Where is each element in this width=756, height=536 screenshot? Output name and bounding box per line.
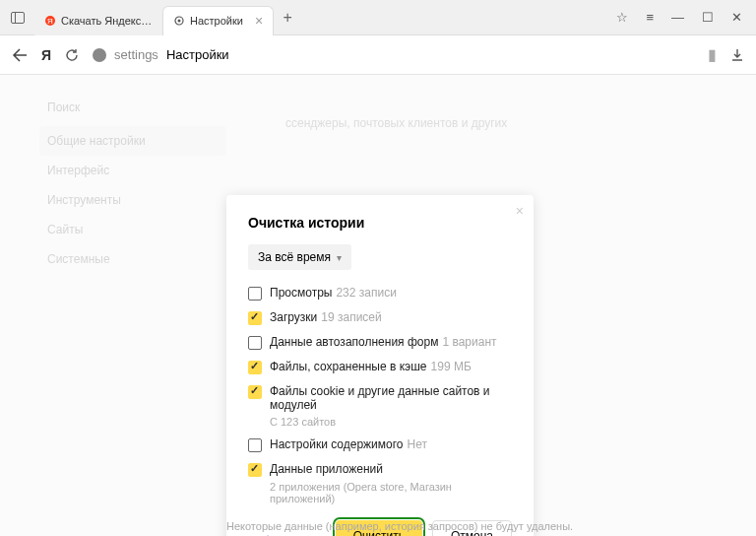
bookmark-icon[interactable]: ☆ <box>616 10 628 25</box>
check-label: Просмотры <box>270 286 332 300</box>
svg-point-3 <box>178 20 181 23</box>
navbar: Я settings Настройки ▮ <box>0 35 756 75</box>
check-sub: 199 МБ <box>431 360 472 373</box>
page: Поиск Общие настройки Интерфейс Инструме… <box>0 75 756 536</box>
check-row: Просмотры232 записи <box>248 286 512 301</box>
yandex-icon: Я <box>44 15 56 27</box>
reload-button[interactable] <box>65 48 79 62</box>
check-sub: 232 записи <box>336 286 396 300</box>
check-label: Файлы cookie и другие данные сайтов и мо… <box>270 384 490 412</box>
checkbox[interactable] <box>248 438 262 452</box>
check-row: Загрузки19 записей <box>248 310 512 325</box>
bookmark-page-icon[interactable]: ▮ <box>708 45 717 64</box>
back-button[interactable] <box>12 48 28 62</box>
titlebar: Я Скачать Яндекс.Браузер д Настройки × +… <box>0 0 756 35</box>
check-subline: 2 приложения (Opera store, Магазин прило… <box>270 481 512 504</box>
tab-label: Скачать Яндекс.Браузер д <box>61 15 153 27</box>
checkbox[interactable] <box>248 311 262 325</box>
close-icon[interactable]: × <box>255 13 263 29</box>
check-row: Данные приложений <box>248 462 512 477</box>
gear-icon <box>173 15 185 27</box>
yandex-home[interactable]: Я <box>41 47 51 63</box>
address-bar[interactable]: settings Настройки <box>93 47 694 62</box>
downloads-icon[interactable] <box>730 48 744 62</box>
checkbox[interactable] <box>248 385 262 399</box>
check-label: Настройки содержимого <box>270 437 404 451</box>
check-label: Данные автозаполнения форм <box>270 335 438 349</box>
check-row: Данные автозаполнения форм1 вариант <box>248 335 512 350</box>
footer-note: Некоторые данные (например, история запр… <box>226 520 573 536</box>
close-button[interactable]: ✕ <box>731 10 742 25</box>
tab-active[interactable]: Настройки × <box>162 6 274 35</box>
check-row: Файлы, сохраненные в кэше199 МБ <box>248 360 512 374</box>
time-range-dropdown[interactable]: За всё время <box>248 244 351 270</box>
sidebar-toggle[interactable] <box>0 12 34 24</box>
check-sub: 1 вариант <box>442 335 496 349</box>
clear-history-dialog: × Очистка истории За всё время Просмотры… <box>226 195 534 536</box>
maximize-button[interactable]: ☐ <box>702 10 714 25</box>
svg-text:Я: Я <box>47 17 53 26</box>
new-tab-button[interactable]: + <box>274 9 301 27</box>
check-label: Файлы, сохраненные в кэше <box>270 360 427 373</box>
check-row: Настройки содержимогоНет <box>248 437 512 452</box>
check-subline: С 123 сайтов <box>270 416 512 428</box>
address-path: settings <box>114 47 158 62</box>
tab-inactive[interactable]: Я Скачать Яндекс.Браузер д <box>34 6 162 35</box>
address-title: Настройки <box>166 47 229 62</box>
minimize-button[interactable]: — <box>671 10 684 25</box>
dialog-close-icon[interactable]: × <box>516 203 524 219</box>
checkbox[interactable] <box>248 336 262 350</box>
checkbox[interactable] <box>248 463 262 477</box>
check-sub: Нет <box>408 437 427 451</box>
check-row: Файлы cookie и другие данные сайтов и мо… <box>248 384 512 412</box>
dialog-title: Очистка истории <box>248 215 512 231</box>
checkbox[interactable] <box>248 361 262 374</box>
checkbox[interactable] <box>248 287 262 301</box>
menu-icon[interactable]: ≡ <box>646 10 654 25</box>
tab-label: Настройки <box>190 15 243 27</box>
lock-icon <box>93 48 106 62</box>
check-label: Загрузки <box>270 310 317 324</box>
check-label: Данные приложений <box>270 462 383 476</box>
check-sub: 19 записей <box>321 310 381 324</box>
